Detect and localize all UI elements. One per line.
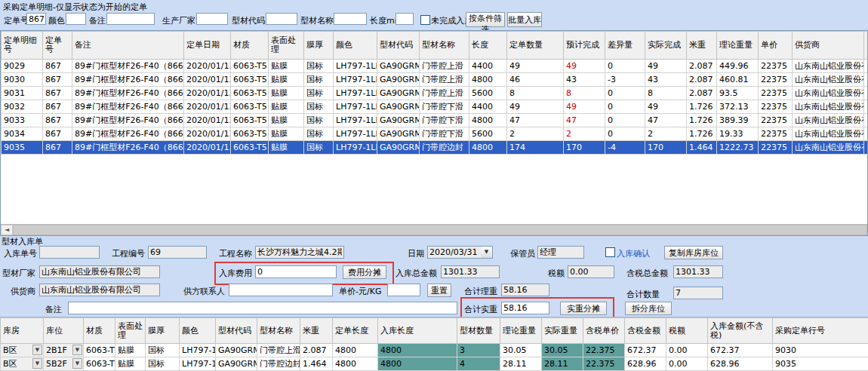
profile-name-input[interactable] (334, 13, 367, 25)
fee-share-button[interactable]: 费用分摊 (343, 265, 386, 279)
column-header-14[interactable]: 含税单价 (583, 318, 625, 344)
column-header-5[interactable]: 颜色 (180, 318, 216, 344)
column-header-10[interactable]: 入库长度 (378, 318, 457, 344)
column-header-13[interactable]: 差异量 (605, 32, 645, 60)
cell: 国标 (304, 100, 334, 114)
cell: 2020/01/13 (184, 127, 231, 141)
factory-input[interactable] (196, 13, 228, 25)
date-input[interactable] (427, 246, 482, 259)
cell: 4800 (333, 357, 378, 371)
column-header-17[interactable]: 入库金额(不含税) (708, 318, 773, 344)
column-header-11[interactable]: 型材数量 (457, 318, 500, 344)
column-header-10[interactable]: 长度 (469, 32, 507, 60)
scrollbar-thumb[interactable] (13, 225, 867, 235)
column-header-9[interactable]: 型材名称 (420, 32, 469, 60)
tax-input[interactable] (568, 265, 614, 278)
column-header-8[interactable]: 米重 (300, 318, 333, 344)
column-header-1[interactable]: 定单号 (43, 32, 72, 60)
tax-total-input[interactable] (673, 265, 723, 278)
column-header-15[interactable]: 米重 (687, 32, 717, 60)
project-no-input[interactable] (148, 246, 207, 259)
dropdown-arrow-icon[interactable]: ▼ (32, 345, 42, 355)
remark-input[interactable] (106, 13, 155, 25)
dropdown-arrow-icon[interactable]: ▼ (72, 345, 82, 355)
column-header-6[interactable]: 型材代码 (216, 318, 257, 344)
actual-weight-input[interactable] (501, 302, 549, 314)
total-amount-input[interactable] (441, 265, 500, 278)
table-row[interactable]: B区▼5B2F▼6063-T5贴膜国标LH797-1LL0GA90GRM05门带… (1, 357, 868, 371)
column-header-0[interactable]: 库房 (1, 318, 44, 344)
actual-weight-label: 合计实重 (464, 304, 497, 315)
theory-weight-input[interactable] (501, 284, 549, 296)
column-header-1[interactable]: 库位 (44, 318, 84, 344)
column-header-0[interactable]: 定单明细号 (2, 32, 43, 60)
column-header-13[interactable]: 实际重量 (542, 318, 583, 344)
inbound-confirm-checkbox[interactable] (605, 247, 615, 257)
table-row[interactable]: 902986789#门框型材F26-F40（866+867）2020/01/13… (2, 60, 868, 73)
column-header-9[interactable]: 定单长度 (333, 318, 378, 344)
project-name-input[interactable] (255, 246, 344, 259)
column-header-11[interactable]: 定单数量 (507, 32, 564, 60)
scroll-left-button[interactable]: ◄ (1, 225, 13, 235)
contact-input[interactable] (229, 284, 333, 296)
cell: 9035 (2, 141, 43, 155)
cell: GA90GRM03 (216, 344, 257, 357)
cell: 贴膜 (269, 127, 304, 141)
column-header-2[interactable]: 备注 (72, 32, 184, 60)
reset-button[interactable]: 重置 (427, 284, 451, 297)
column-header-8[interactable]: 型材代码 (377, 32, 420, 60)
column-header-16[interactable]: 税额 (666, 318, 708, 344)
column-header-3[interactable]: 表面处理 (115, 318, 146, 344)
dropdown-arrow-icon[interactable]: ▼ (32, 358, 42, 369)
color-input[interactable] (66, 13, 86, 25)
column-header-17[interactable]: 单价 (759, 32, 793, 60)
batch-inbound-button[interactable]: 批量入库 (507, 12, 542, 27)
profile-factory-input[interactable] (39, 265, 160, 278)
length-input[interactable] (396, 13, 414, 25)
cell: 山东南山铝业股份有限公司 (793, 141, 864, 155)
remark-form-input[interactable] (68, 302, 457, 314)
horizontal-scrollbar[interactable]: ◄ (1, 224, 867, 235)
copy-warehouse-button[interactable]: 复制库房库位 (664, 246, 723, 259)
column-header-7[interactable]: 颜色 (334, 32, 377, 60)
column-header-7[interactable]: 型材名称 (257, 318, 300, 344)
column-header-4[interactable]: 膜厚 (146, 318, 180, 344)
order-no-input[interactable] (26, 13, 46, 25)
column-header-14[interactable]: 实际完成 (645, 32, 687, 60)
dropdown-arrow-icon[interactable]: ▼ (72, 358, 82, 369)
filter-bar: 定单号 颜色 备注 生产厂家 型材代码 型材名称 长度mm 未完成入库 按条件筛… (0, 11, 868, 29)
column-header-2[interactable]: 材质 (84, 318, 115, 344)
fee-input[interactable] (255, 265, 337, 278)
filter-by-condition-button[interactable]: 按条件筛选 (466, 12, 505, 27)
table-row[interactable]: 903086789#门框型材F26-F40（866+867）2020/01/13… (2, 73, 868, 87)
profile-code-input[interactable] (266, 13, 297, 25)
keeper-input[interactable] (537, 246, 584, 259)
column-header-18[interactable]: 采购定单行号 (773, 318, 868, 344)
column-header-18[interactable]: 供货商 (793, 32, 864, 60)
table-row[interactable]: 903386789#门框型材F26-F40（866+867）2020/01/13… (2, 114, 868, 127)
table-row[interactable]: 903186789#门框型材F26-F40（866+867）2020/01/13… (2, 87, 868, 100)
column-header-6[interactable]: 膜厚 (304, 32, 334, 60)
table-row[interactable]: 903586789#门框型材F26-F40（866+867）2020/01/13… (2, 141, 868, 155)
profile-factory-label: 型材厂家 (2, 268, 35, 279)
column-header-19[interactable] (864, 32, 868, 60)
table-row[interactable]: 903486789#门框型材F26-F40（866+867）2020/01/13… (2, 127, 868, 141)
column-header-12[interactable]: 理论重量 (500, 318, 542, 344)
table-row[interactable]: 903286789#门框型材F26-F40（866+867）2020/01/13… (2, 100, 868, 114)
calendar-dropdown-button[interactable]: ▼ (481, 246, 493, 259)
unfinished-checkbox[interactable] (420, 15, 430, 25)
unit-price-input[interactable] (387, 284, 420, 296)
weight-share-button[interactable]: 实重分摊 (560, 302, 607, 315)
qty-input[interactable] (673, 287, 723, 299)
column-header-3[interactable]: 定单日期 (184, 32, 231, 60)
split-warehouse-button[interactable]: 拆分库位 (625, 302, 672, 315)
column-header-16[interactable]: 理论重量 (717, 32, 759, 60)
column-header-15[interactable]: 含税金额 (625, 318, 666, 344)
column-header-12[interactable]: 预计完成 (564, 32, 605, 60)
supplier-input[interactable] (39, 284, 160, 296)
column-header-5[interactable]: 表面处理 (269, 32, 304, 60)
column-header-4[interactable]: 材质 (231, 32, 269, 60)
cell: 22375 (759, 127, 793, 141)
inbound-no-input[interactable] (39, 246, 100, 259)
table-row[interactable]: B区▼2B1F▼6063-T5贴膜国标LH797-1LL0GA90GRM03门带… (1, 344, 868, 357)
